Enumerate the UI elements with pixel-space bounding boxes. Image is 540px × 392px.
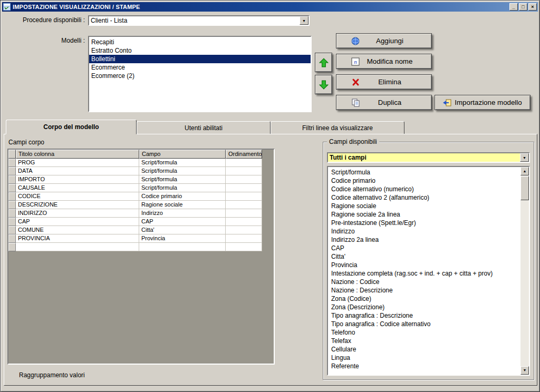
duplica-button[interactable]: Duplica — [336, 95, 432, 110]
table-row[interactable]: PROG Script/formula — [8, 159, 274, 167]
cell-campo[interactable]: Codice primario — [139, 192, 226, 201]
table-row[interactable]: PROVINCIA Provincia — [8, 234, 274, 243]
list-item[interactable]: Tipo anagrafica : Codice alternativo — [329, 320, 519, 328]
list-item[interactable]: Indirizzo — [329, 227, 519, 236]
tab-filtri-linee[interactable]: Filtri linee da visualizzare — [271, 121, 404, 134]
cell-ordinamento[interactable] — [226, 226, 262, 234]
campi-disponibili-scrollbar[interactable]: ▲ ▼ — [520, 167, 529, 375]
list-item[interactable]: Referente — [329, 362, 519, 370]
table-row[interactable]: INDIRIZZO Indirizzo — [8, 209, 274, 218]
row-selector[interactable] — [8, 159, 16, 167]
row-selector[interactable] — [8, 218, 16, 226]
column-header-ordinamento[interactable]: Ordinamento — [226, 150, 262, 159]
list-item[interactable]: Pre-intestazione (Spett.le/Egr) — [329, 219, 519, 227]
table-row[interactable]: DESCRIZIONE Ragione sociale — [8, 201, 274, 209]
campi-corpo-grid[interactable]: Titolo colonna Campo Ordinamento PROG Sc… — [7, 149, 275, 365]
modelli-move-up-button[interactable] — [315, 53, 332, 72]
scroll-down-icon[interactable]: ▼ — [520, 366, 529, 375]
row-selector[interactable] — [8, 192, 16, 201]
cell-campo[interactable]: Script/formula — [139, 184, 226, 192]
cell-ordinamento[interactable] — [226, 218, 262, 226]
cell-titolo[interactable]: PROG — [16, 159, 139, 167]
cell-titolo[interactable]: IMPORTO — [16, 175, 139, 184]
list-item[interactable]: Recapiti — [89, 38, 311, 46]
minimize-button[interactable]: _ — [509, 3, 518, 11]
cell-ordinamento[interactable] — [226, 209, 262, 218]
list-item[interactable]: Citta' — [329, 252, 519, 261]
list-item[interactable]: Ecommerce — [89, 63, 311, 72]
row-selector[interactable] — [8, 209, 16, 218]
list-item[interactable]: Lingua — [329, 354, 519, 362]
list-item[interactable]: Ecommerce (2) — [89, 72, 311, 80]
cell-campo[interactable]: Script/formula — [139, 159, 226, 167]
cell-campo[interactable]: Citta' — [139, 226, 226, 234]
modelli-listbox[interactable]: Recapiti Estratto Conto Bollettini Ecomm… — [88, 36, 312, 112]
list-item[interactable]: Ragione sociale — [329, 202, 519, 210]
cell-titolo[interactable]: PROVINCIA — [16, 234, 139, 243]
list-item[interactable]: Codice primario — [329, 177, 519, 185]
list-item[interactable]: Codice alternativo 2 (alfanumerico) — [329, 193, 519, 202]
list-item[interactable]: Tipo anagrafica : Descrizione — [329, 311, 519, 320]
column-header-titolo[interactable]: Titolo colonna — [16, 150, 139, 159]
scroll-thumb[interactable] — [520, 176, 529, 200]
list-item[interactable]: Intestazione completa (rag.soc + ind. + … — [329, 269, 519, 278]
list-item[interactable]: Estratto Conto — [89, 46, 311, 55]
scroll-up-icon[interactable]: ▲ — [520, 167, 529, 175]
list-item[interactable]: Zona (Descrizione) — [329, 303, 519, 311]
column-header-campo[interactable]: Campo — [139, 150, 226, 159]
chevron-down-icon[interactable]: ▼ — [520, 153, 529, 162]
modifica-nome-button[interactable]: n Modifica nome — [336, 54, 432, 69]
tab-corpo-del-modello[interactable]: Corpo del modello — [6, 120, 137, 134]
tab-utenti-abilitati[interactable]: Utenti abilitati — [137, 121, 271, 134]
list-item[interactable]: Script/formula — [329, 168, 519, 177]
list-item[interactable]: Indirizzo 2a linea — [329, 236, 519, 244]
cell-titolo[interactable]: DATA — [16, 167, 139, 175]
cell-titolo[interactable]: CODICE — [16, 192, 139, 201]
row-selector[interactable] — [8, 201, 16, 209]
cell-titolo[interactable]: DESCRIZIONE — [16, 201, 139, 209]
maximize-button[interactable]: □ — [519, 3, 527, 11]
list-item[interactable]: CAP — [329, 244, 519, 252]
table-row[interactable]: CODICE Codice primario — [8, 192, 274, 201]
row-selector[interactable] — [8, 243, 16, 251]
list-item[interactable]: Cellulare — [329, 345, 519, 354]
table-row[interactable]: CAUSALE Script/formula — [8, 184, 274, 192]
row-selector[interactable] — [8, 167, 16, 175]
cell-campo[interactable]: Indirizzo — [139, 209, 226, 218]
row-selector[interactable] — [8, 234, 16, 243]
elimina-button[interactable]: Elimina — [336, 74, 432, 90]
close-button[interactable]: × — [528, 3, 537, 11]
cell-titolo[interactable]: CAUSALE — [16, 184, 139, 192]
cell-ordinamento[interactable] — [226, 234, 262, 243]
cell-campo[interactable]: Ragione sociale — [139, 201, 226, 209]
table-row-empty[interactable] — [8, 243, 274, 251]
table-row[interactable]: CAP CAP — [8, 218, 274, 226]
cell-ordinamento[interactable] — [226, 175, 262, 184]
table-row[interactable]: COMUNE Citta' — [8, 226, 274, 234]
list-item[interactable]: Nazione : Descrizione — [329, 286, 519, 295]
list-item[interactable]: Provincia — [329, 261, 519, 269]
row-selector[interactable] — [8, 226, 16, 234]
cell-titolo[interactable]: CAP — [16, 218, 139, 226]
row-selector[interactable] — [8, 184, 16, 192]
list-item[interactable]: Ragione sociale 2a linea — [329, 210, 519, 219]
procedure-combobox[interactable]: Clienti - Lista ▼ — [88, 15, 310, 26]
cell-campo[interactable]: Provincia — [139, 234, 226, 243]
cell-ordinamento[interactable] — [226, 201, 262, 209]
cell-campo[interactable]: Script/formula — [139, 167, 226, 175]
cell-titolo[interactable]: COMUNE — [16, 226, 139, 234]
table-row[interactable]: IMPORTO Script/formula — [8, 175, 274, 184]
list-item-selected[interactable]: Bollettini — [89, 55, 311, 63]
aggiungi-button[interactable]: Aggiungi — [336, 33, 432, 48]
row-selector[interactable] — [8, 175, 16, 184]
list-item[interactable]: Nazione : Codice — [329, 278, 519, 286]
chevron-down-icon[interactable]: ▼ — [300, 16, 308, 25]
list-item[interactable]: Zona (Codice) — [329, 295, 519, 303]
cell-ordinamento[interactable] — [226, 184, 262, 192]
cell-titolo[interactable]: INDIRIZZO — [16, 209, 139, 218]
cell-ordinamento[interactable] — [226, 159, 262, 167]
table-row[interactable]: DATA Script/formula — [8, 167, 274, 175]
list-item[interactable]: Telefono — [329, 328, 519, 337]
modelli-move-down-button[interactable] — [315, 75, 332, 94]
cell-ordinamento[interactable] — [226, 192, 262, 201]
